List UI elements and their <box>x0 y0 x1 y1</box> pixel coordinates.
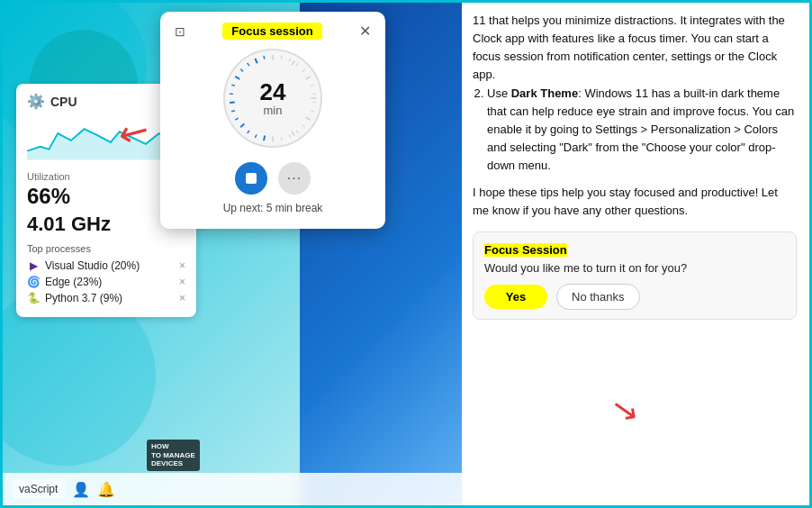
chat-list-item-2: Use Dark Theme: Windows 11 has a built-i… <box>487 85 797 176</box>
svg-line-1 <box>281 56 282 59</box>
popup-controls: ··· <box>175 162 371 195</box>
process-item: 🌀 Edge (23%) × <box>27 276 185 288</box>
no-thanks-button[interactable]: No thanks <box>556 284 640 310</box>
process-close[interactable]: × <box>179 259 185 272</box>
svg-line-15 <box>292 132 294 136</box>
taskbar-app-label: vaScript <box>12 479 65 499</box>
cpu-label: CPU <box>50 95 77 109</box>
taskbar-user-icon[interactable]: 👤 <box>72 481 90 498</box>
taskbar-bell-icon[interactable]: 🔔 <box>97 481 115 498</box>
close-button[interactable]: ✕ <box>359 23 371 40</box>
svg-line-2 <box>289 59 291 62</box>
svg-line-6 <box>306 77 311 79</box>
taskbar-area: vaScript 👤 🔔 <box>3 473 462 505</box>
focus-card-buttons: Yes No thanks <box>484 284 785 310</box>
use-label: Use <box>487 86 511 100</box>
python-icon: 🐍 <box>27 292 40 304</box>
svg-line-27 <box>231 85 235 86</box>
svg-line-32 <box>264 56 265 59</box>
up-next-label: Up next: 5 min break <box>175 202 371 214</box>
watermark-text: HOW TO MANAGE DEVICES <box>151 442 195 468</box>
svg-line-3 <box>292 60 294 65</box>
svg-line-24 <box>231 111 235 112</box>
focus-card-title-text: Focus Session <box>484 243 567 257</box>
svg-line-29 <box>240 69 243 72</box>
right-panel: 11 that helps you minimize distractions.… <box>458 3 809 508</box>
svg-line-20 <box>255 134 257 138</box>
more-button[interactable]: ··· <box>278 162 311 195</box>
focus-session-card: Focus Session Would you like me to turn … <box>473 231 797 320</box>
svg-line-11 <box>311 111 314 112</box>
svg-line-13 <box>302 125 305 128</box>
svg-line-4 <box>296 63 298 66</box>
clock-container: generate ticks <box>175 49 371 148</box>
process-item: 🐍 Python 3.7 (9%) × <box>27 292 185 304</box>
stop-icon <box>246 173 257 184</box>
svg-line-5 <box>302 69 305 72</box>
process-close[interactable]: × <box>179 276 185 288</box>
chat-text-1: 11 that helps you minimize distractions.… <box>473 12 797 175</box>
svg-line-17 <box>281 137 282 141</box>
focus-card-title: Focus Session <box>484 241 785 258</box>
focus-session-title: Focus session <box>222 23 321 40</box>
clock-face: generate ticks <box>223 49 322 148</box>
svg-line-30 <box>248 63 249 66</box>
svg-line-21 <box>248 131 249 133</box>
expand-icon[interactable]: ⊡ <box>175 24 185 39</box>
process-item: ▶ Visual Studio (20%) × <box>27 259 185 272</box>
chat-footer: I hope these tips help you stay focused … <box>473 184 797 220</box>
svg-line-31 <box>255 59 257 63</box>
svg-line-14 <box>296 131 298 133</box>
process-name: Edge (23%) <box>45 276 102 288</box>
cpu-icon: ⚙️ <box>27 93 45 110</box>
focus-card-text: Would you like me to turn it on for you? <box>484 261 785 275</box>
top-processes-label: Top processes <box>27 243 185 254</box>
svg-line-22 <box>240 123 244 127</box>
svg-line-28 <box>235 77 239 79</box>
svg-line-19 <box>264 135 265 141</box>
chat-list: Use Dark Theme: Windows 11 has a built-i… <box>473 85 797 176</box>
tick-ring: generate ticks <box>225 50 320 146</box>
taskbar-app-text: vaScript <box>19 483 58 495</box>
svg-line-7 <box>311 85 314 86</box>
svg-line-16 <box>289 134 291 138</box>
edge-icon: 🌀 <box>27 276 40 288</box>
stop-button[interactable] <box>235 162 267 195</box>
popup-header: ⊡ Focus session ✕ <box>175 23 371 40</box>
dark-theme-bold: Dark Theme <box>511 86 578 100</box>
svg-line-23 <box>235 118 238 120</box>
svg-line-25 <box>230 102 235 103</box>
process-name: Visual Studio (20%) <box>45 259 140 272</box>
vs-icon: ▶ <box>27 259 40 272</box>
yes-button[interactable]: Yes <box>484 285 547 309</box>
svg-line-12 <box>306 117 311 120</box>
watermark: HOW TO MANAGE DEVICES <box>147 440 200 471</box>
more-icon: ··· <box>287 170 302 186</box>
process-name: Python 3.7 (9%) <box>45 292 122 304</box>
process-close[interactable]: × <box>179 292 185 304</box>
chat-text-content: 11 that helps you minimize distractions.… <box>473 14 785 81</box>
focus-session-popup: ⊡ Focus session ✕ generate ticks <box>160 12 385 229</box>
